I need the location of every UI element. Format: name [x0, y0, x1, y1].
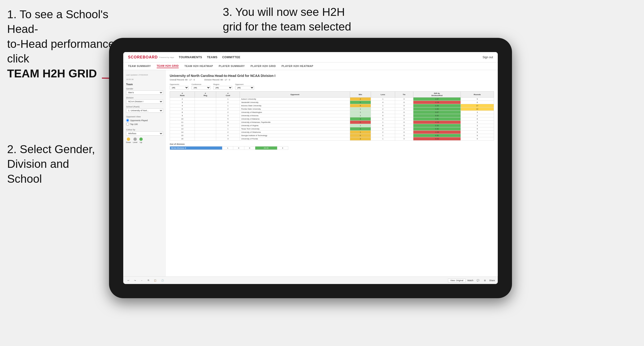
division-label: Division — [126, 97, 163, 99]
table-cell: 1 — [350, 124, 371, 127]
sub-nav-player-h2h-heatmap[interactable]: PLAYER H2H HEATMAP — [282, 65, 313, 68]
table-cell: University of Virginia — [240, 124, 350, 127]
table-cell: University of Oklahoma — [240, 131, 350, 134]
table-cell — [195, 101, 216, 104]
opponent-filter-select[interactable]: (All) — [235, 86, 254, 89]
table-cell — [195, 117, 216, 121]
sub-nav-player-summary[interactable]: PLAYER SUMMARY — [219, 65, 245, 68]
sub-nav-team-summary[interactable]: TEAM SUMMARY — [128, 65, 151, 68]
table-cell: 12 — [460, 107, 494, 111]
table-cell: 0 — [371, 111, 395, 114]
table-cell: 2.29 — [413, 104, 460, 107]
logo: SCOREBOARD — [128, 55, 158, 59]
table-cell — [195, 111, 216, 114]
table-row: 82University of Washington1003.673 — [170, 111, 494, 114]
toolbar-grid-icon[interactable]: ⊞ — [482, 279, 487, 282]
toolbar: ↩ ↪ ← ⧉ 📋 🕐 View: Original Watch 💬 ⊞ Sha… — [123, 276, 498, 284]
toolbar-share[interactable]: Share — [489, 279, 495, 282]
table-row: 163University of Florida310-6.629 — [170, 137, 494, 141]
col-diff: Diff AvStrokes/Rnd — [413, 92, 460, 98]
table-cell: 4 — [170, 104, 195, 107]
gender-select[interactable]: Men's — [126, 90, 163, 95]
toolbar-undo[interactable]: ↩ — [126, 279, 131, 282]
toolbar-copy[interactable]: ⧉ — [146, 279, 150, 282]
table-cell: 0 — [395, 107, 413, 111]
table-cell: 4 — [371, 101, 395, 104]
nav-teams[interactable]: TEAMS — [207, 56, 218, 59]
table-cell: 3 — [170, 101, 195, 104]
ann2-line3: School — [7, 173, 42, 185]
tablet: SCOREBOARD Powered by clippi TOURNAMENTS… — [109, 38, 512, 298]
table-cell: 2 — [216, 111, 240, 114]
table-cell: 3 — [350, 117, 371, 121]
table-cell: 3 — [460, 111, 494, 114]
table-cell: 13 — [170, 127, 195, 131]
table-cell: 2.61 — [413, 117, 460, 121]
table-cell: University of Alabama — [240, 117, 350, 121]
table-cell: 1 — [216, 98, 240, 101]
ood-diff: 26.00 — [255, 147, 277, 150]
radio-top100[interactable]: Top 100 — [126, 123, 163, 126]
toolbar-clock[interactable]: 🕐 — [160, 279, 165, 282]
table-cell: 3 — [216, 124, 240, 127]
sub-nav: TEAM SUMMARY TEAM H2H GRID TEAM H2H HEAT… — [123, 62, 498, 70]
school-label: School (Rank) — [126, 106, 163, 108]
toolbar-redo[interactable]: ↪ — [133, 279, 138, 282]
table-cell: 1 — [350, 107, 371, 111]
conference-filter-select[interactable]: (All) — [192, 86, 210, 89]
table-cell — [195, 114, 216, 117]
toolbar-view[interactable]: View: Original — [448, 279, 465, 282]
nav-bar: SCOREBOARD Powered by clippi TOURNAMENTS… — [123, 52, 498, 62]
table-cell: 9 — [460, 131, 494, 134]
color-dot-up — [139, 138, 143, 141]
table-cell: 6 — [170, 107, 195, 111]
table-cell: 1.83 — [413, 107, 460, 111]
sub-nav-team-h2h-heatmap[interactable]: TEAM H2H HEATMAP — [184, 65, 213, 68]
table-cell: 3 — [460, 124, 494, 127]
table-cell: University of Arizona — [240, 114, 350, 117]
table-cell: 0 — [371, 127, 395, 131]
toolbar-back[interactable]: ← — [139, 279, 144, 282]
table-cell: 0 — [350, 121, 371, 124]
table-cell: 5 — [216, 117, 240, 121]
colour-by-select[interactable]: Win/loss — [126, 131, 163, 136]
radio-opponents-played[interactable]: Opponents Played — [126, 119, 163, 122]
tablet-screen: SCOREBOARD Powered by clippi TOURNAMENTS… — [123, 52, 498, 284]
conference-filter-label: Conference — [192, 83, 210, 85]
table-cell: 1 — [371, 98, 395, 101]
table-cell — [195, 98, 216, 101]
colour-by-label: Colour by — [126, 129, 163, 131]
ood-rounds: 3 — [277, 147, 288, 150]
region-filter-select[interactable]: (All) — [213, 86, 232, 89]
table-cell: 2 — [170, 98, 195, 101]
table-cell: 0 — [395, 127, 413, 131]
sub-nav-player-h2h-grid[interactable]: PLAYER H2H GRID — [250, 65, 276, 68]
school-select[interactable]: 1. University of Nort... — [126, 108, 163, 113]
table-cell: 1 — [350, 114, 371, 117]
sub-nav-team-h2h-grid[interactable]: TEAM H2H GRID — [157, 64, 179, 68]
table-cell: 8 — [170, 111, 195, 114]
table-cell: 11 — [170, 121, 195, 124]
table-row: 105University of Alabama3002.618 — [170, 117, 494, 121]
ann1-line1: 1. To see a School's Head- — [7, 8, 108, 35]
ann1-line2: to-Head performance click — [7, 38, 115, 65]
toolbar-comment[interactable]: 💬 — [475, 279, 481, 282]
division-select[interactable]: NCAA Division I — [126, 99, 163, 104]
table-row: 32Vanderbilt University040-2.298 — [170, 101, 494, 104]
toolbar-watch[interactable]: Watch — [468, 279, 473, 282]
table-cell: 3 — [216, 114, 240, 117]
table-cell: 6 — [216, 121, 240, 124]
table-cell: -1.00 — [413, 131, 460, 134]
nav-committee[interactable]: COMMITTEE — [222, 56, 240, 59]
sign-out[interactable]: Sign out — [482, 56, 493, 59]
table-cell: 9 — [170, 114, 195, 117]
table-cell: 2 — [350, 98, 371, 101]
table-cell: 17 — [460, 104, 494, 107]
ann1-line3: TEAM H2H GRID — [7, 67, 97, 80]
nav-tournaments[interactable]: TOURNAMENTS — [179, 56, 202, 59]
table-cell: Georgia Institute of Technology — [240, 134, 350, 137]
toolbar-paste[interactable]: 📋 — [152, 279, 158, 282]
opponent-view-label: Opponent View — [126, 116, 163, 118]
opponents-filter-select[interactable]: (All) — [170, 86, 189, 89]
out-of-division-row: NCAA Division II 1 0 0 26.00 3 — [170, 147, 288, 150]
